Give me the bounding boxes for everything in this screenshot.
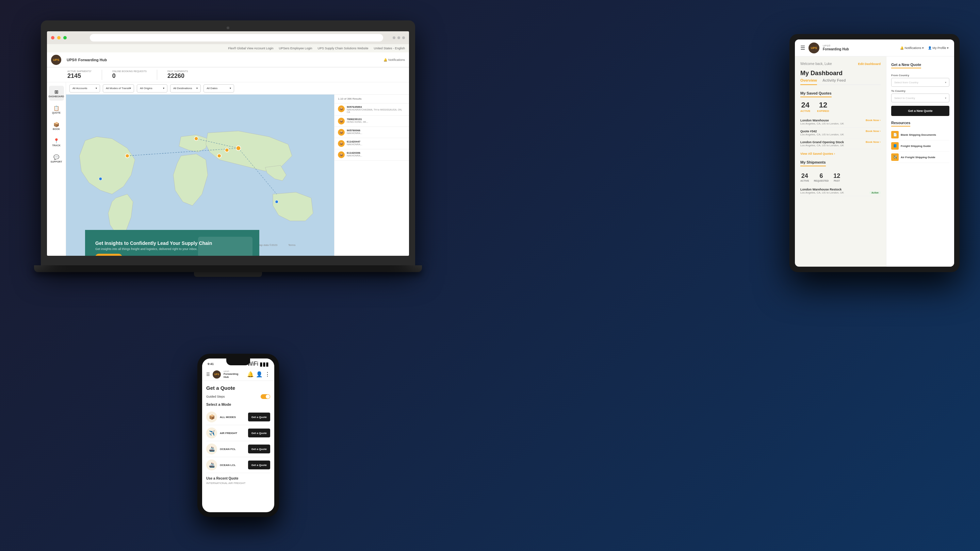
shipment-route-4: NAKHONRA... [347, 154, 406, 157]
top-link-region[interactable]: United States - English [374, 47, 405, 50]
sidebar-item-quote[interactable]: 📋 QUOTE [49, 102, 64, 117]
tab-overview[interactable]: Overview [800, 78, 817, 85]
shipments-section: My Shipments 24 ACTIVE 6 REQUESTED [800, 159, 881, 196]
newsletter-image [198, 237, 253, 256]
get-quote-button-ocean-lcl[interactable]: Get a Quote [248, 460, 270, 469]
top-link-supplychain[interactable]: UPS Supply Chain Solutions Website [318, 47, 369, 50]
active-ship-label: ACTIVE [800, 179, 809, 182]
book-now-0[interactable]: Book Now › [865, 119, 881, 122]
notifications-link[interactable]: 🔔 Notifications [383, 58, 405, 62]
guided-steps-toggle[interactable] [261, 394, 270, 399]
air-freight-icon: ✈️ [206, 427, 217, 438]
promo-subtitle: Get insights into all things freight and… [95, 247, 212, 251]
content-area: All Accounts▾ All Modes of Transit▾ All … [66, 82, 409, 256]
sidebar-item-support[interactable]: 💬 SUPPORT [49, 151, 64, 166]
tablet-notifications[interactable]: 🔔 Notifications ▾ [900, 46, 924, 50]
tablet-screen: ☰ UPS UPS® Forwarding Hub 🔔 Notification… [795, 40, 954, 267]
all-modes-label: ALL MODES [220, 416, 236, 419]
sidebar-item-book[interactable]: 📦 BOOK [49, 118, 64, 133]
ups-app-screen: Flex® Global View Account Login UPSers E… [47, 44, 409, 256]
list-item[interactable]: Quote #342 Los Angeles, CA, US to London… [800, 127, 881, 138]
select-mode-title: Select a Mode [206, 402, 270, 407]
shipment-id-3: 611420447 [347, 140, 406, 143]
book-now-2[interactable]: Book Now › [865, 140, 881, 143]
mode-item-ocean-fcl[interactable]: 🚢 OCEAN FCL Get a Quote [206, 441, 270, 457]
phone-bell-icon[interactable]: 🔔 [247, 371, 254, 378]
from-country-select[interactable]: Select from Country ▾ [891, 78, 950, 87]
sidebar-item-track[interactable]: 📍 TRACK [49, 135, 64, 150]
list-item[interactable]: London Warehouse Los Angeles, CA, US to … [800, 117, 881, 127]
list-item[interactable]: London Warehouse Restock Los Angeles, CA… [800, 186, 881, 196]
list-item[interactable]: 📄 Blank Shipping Documents [891, 129, 950, 140]
mode-item-ocean-lcl[interactable]: 🚢 OCEAN LCL Get a Quote [206, 457, 270, 473]
sidebar-item-dashboard[interactable]: ⊞ DASHBOARD [49, 86, 64, 101]
main-content: ⊞ DASHBOARD 📋 QUOTE 📦 BOOK 📍 [47, 82, 409, 256]
from-chevron-icon: ▾ [945, 81, 946, 84]
tablet-main: Welcome back, Luke Edit Dashboard My Das… [795, 56, 954, 267]
svg-text:Map data ©2023: Map data ©2023 [258, 243, 278, 246]
phone-more-icon[interactable]: ⋮ [265, 371, 270, 378]
book-icon: 📦 [53, 122, 59, 127]
filter-dates[interactable]: All Dates▾ [204, 84, 234, 92]
top-link-flexglobal[interactable]: Flex® Global View Account Login [228, 47, 273, 50]
browser-maximize[interactable] [63, 36, 67, 40]
get-new-quote-button[interactable]: Get a New Quote [891, 106, 950, 116]
list-item[interactable]: 📘 Freight Shipping Guide [891, 140, 950, 152]
phone-notch [226, 359, 250, 365]
sign-me-up-button[interactable]: Sign Me Up › [95, 254, 122, 256]
browser-close[interactable] [51, 36, 54, 40]
tablet-profile[interactable]: 👤 My Profile ▾ [928, 46, 949, 50]
support-icon: 💬 [53, 154, 59, 160]
laptop-stand [194, 272, 262, 277]
get-quote-button-ocean-fcl[interactable]: Get a Quote [248, 445, 270, 453]
browser-minimize[interactable] [57, 36, 60, 40]
stat-past-label: PAST SHIPMENTS [167, 70, 188, 73]
hamburger-icon[interactable]: ☰ [800, 44, 805, 51]
past-ship-stat: 12 PAST [833, 172, 840, 182]
shipment-icon-2: 📦 [338, 129, 345, 136]
svg-point-5 [225, 148, 229, 152]
tab-activity[interactable]: Activity Feed [822, 78, 846, 84]
list-item[interactable]: 📦 905780066 NAKHONRA... [334, 127, 409, 138]
phone-user-icon[interactable]: 👤 [256, 371, 263, 378]
list-item[interactable]: 📦 7808239131 HONG KONG, HK... [334, 116, 409, 127]
shipment-row-name: London Warehouse Restock [800, 188, 881, 191]
get-quote-button-air[interactable]: Get a Quote [248, 429, 270, 437]
mode-left-ocean-fcl: 🚢 OCEAN FCL [206, 443, 236, 454]
promo-banner: Get Insights to Confidently Lead Your Su… [85, 230, 259, 256]
stat-past-shipments: PAST SHIPMENTS 22260 [167, 70, 188, 79]
recent-quotes-title: Use a Recent Quote [206, 476, 270, 480]
ocean-lcl-icon: 🚢 [206, 459, 217, 470]
ups-logo: UPS [51, 55, 61, 65]
view-all-quotes-link[interactable]: View All Saved Quotes › [800, 152, 881, 156]
to-country-select[interactable]: Select to Country ▾ [891, 94, 950, 102]
filter-origins[interactable]: All Origins▾ [137, 84, 167, 92]
filter-destinations[interactable]: All Destinations▾ [170, 84, 201, 92]
tablet-right-panel: Get a New Quote From Country Select from… [886, 56, 954, 267]
filter-modes[interactable]: All Modes of Transit▾ [103, 84, 134, 92]
quote-name-1: Quote #342 [800, 130, 844, 133]
stat-past-value: 22260 [167, 73, 188, 79]
list-item[interactable]: ✈️ Air Freight Shipping Guide [891, 152, 950, 163]
phone-hamburger-icon[interactable]: ☰ [206, 372, 210, 377]
get-quote-button-all[interactable]: Get a Quote [248, 413, 270, 421]
requested-ship-num: 6 [814, 172, 829, 179]
filter-accounts[interactable]: All Accounts▾ [69, 84, 100, 92]
browser-url-bar[interactable] [90, 34, 383, 41]
top-link-upsers[interactable]: UPSers Employee Login [279, 47, 312, 50]
shipment-icon-3: 📦 [338, 140, 345, 147]
sidebar-label-support: SUPPORT [51, 160, 62, 163]
stats-bar: ACTIVE SHIPMENTS* 2145 ONLINE BOOKING RE… [47, 67, 409, 82]
list-item[interactable]: 📦 611420447 NAKHONRA... [334, 138, 409, 149]
quote-name-0: London Warehouse [800, 119, 844, 122]
book-now-1[interactable]: Book Now › [865, 130, 881, 133]
past-ship-num: 12 [833, 172, 840, 179]
list-item[interactable]: London Grand Opening Stock Los Angeles, … [800, 138, 881, 149]
mode-item-all[interactable]: 📦 ALL MODES Get a Quote [206, 409, 270, 425]
list-item[interactable]: 📦 611420306 NAKHONRA... [334, 149, 409, 160]
mode-item-air[interactable]: ✈️ AIR FREIGHT Get a Quote [206, 425, 270, 441]
phone-logo: UPS [213, 370, 221, 379]
resources-section: Resources 📄 Blank Shipping Documents 📘 F… [891, 116, 950, 163]
list-item[interactable]: 📦 9057645894 NAKHONRATCHASIMA, TH to MIS… [334, 103, 409, 116]
edit-dashboard-link[interactable]: Edit Dashboard [858, 62, 881, 66]
